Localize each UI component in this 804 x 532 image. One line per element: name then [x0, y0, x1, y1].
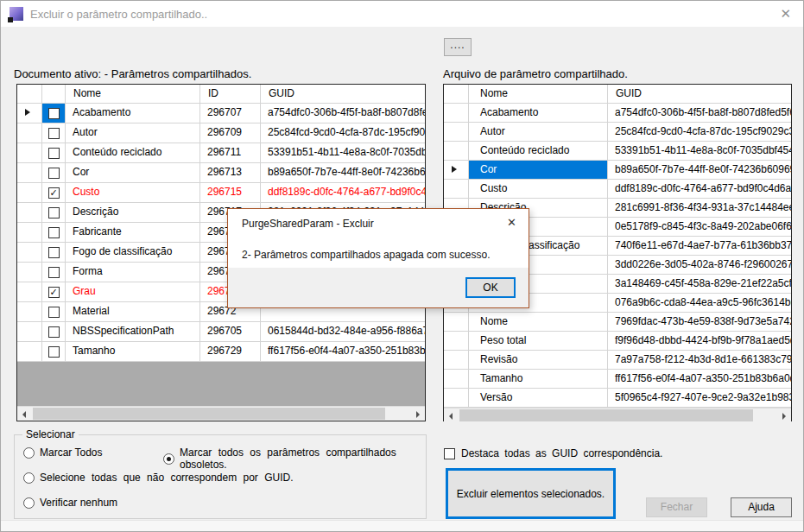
- cell-nome[interactable]: Cor: [66, 163, 200, 183]
- cell-id[interactable]: 296705: [200, 322, 261, 342]
- cell-guid[interactable]: ff617f56-e0f4-4a07-a350-251b83b6a0df: [261, 342, 425, 362]
- cell-nome[interactable]: Tamanho: [469, 370, 608, 389]
- cell-guid[interactable]: 7a97a758-f212-4b3d-8d1e-661383c79e4d: [608, 351, 791, 370]
- left-horizontal-scrollbar[interactable]: [17, 406, 425, 421]
- radio-icon[interactable]: [23, 497, 35, 509]
- cell-nome[interactable]: Fabricante: [66, 223, 200, 243]
- cell-nome[interactable]: NBSSpecificationPath: [66, 322, 200, 342]
- window-close-icon[interactable]: ✕: [780, 6, 791, 22]
- ok-button[interactable]: OK: [465, 277, 516, 298]
- row-checkbox[interactable]: [48, 346, 60, 358]
- row-checkbox[interactable]: ✓: [48, 287, 60, 298]
- cell-nome[interactable]: Cor: [469, 161, 608, 180]
- checkbox-cell[interactable]: [42, 243, 66, 263]
- scroll-left-icon[interactable]: [444, 408, 459, 422]
- cell-guid[interactable]: 53391b51-4b11-4e8a-8c0f-7035dbf45...: [261, 143, 425, 163]
- cell-guid[interactable]: 5f0965c4-f927-407e-9ce2-9a32e1b983d5: [608, 389, 791, 408]
- help-button[interactable]: Ajuda: [731, 497, 792, 517]
- right-header-guid[interactable]: GUID: [608, 85, 791, 104]
- right-header-nome[interactable]: Nome: [469, 85, 608, 104]
- row-checkbox[interactable]: [48, 128, 60, 139]
- cell-guid[interactable]: 740f6e11-e67d-4ae7-b77a-61b36bb37bde: [608, 237, 791, 256]
- radio-option[interactable]: Marcar todos os parâmetros compartilhado…: [163, 446, 426, 471]
- cell-guid[interactable]: ddf8189c-d0fc-4764-a677-bd9f0c4d6a2d: [608, 180, 791, 199]
- table-row[interactable]: Tamanho296729ff617f56-e0f4-4a07-a350-251…: [17, 342, 425, 362]
- cell-nome[interactable]: Custo: [66, 183, 200, 203]
- checkbox-cell[interactable]: [42, 263, 66, 282]
- table-row[interactable]: Cor296713b89a650f-7b7e-44ff-8e0f-74236b6…: [17, 163, 425, 183]
- cell-nome[interactable]: Grau: [66, 282, 200, 302]
- cell-guid[interactable]: 281c6991-8f36-4f34-931a-37c14484ee7d: [608, 199, 791, 218]
- cell-guid[interactable]: 7969fdac-473b-4e59-838f-9d73e5a74295: [608, 313, 791, 332]
- row-checkbox[interactable]: [48, 148, 60, 159]
- right-horizontal-scrollbar[interactable]: [444, 408, 791, 422]
- cell-nome[interactable]: Conteúdo reciclado: [469, 142, 608, 161]
- cell-nome[interactable]: Acabamento: [66, 104, 200, 124]
- radio-option[interactable]: Marcar Todos: [23, 446, 102, 459]
- cell-guid[interactable]: ff617f56-e0f4-4a07-a350-251b83b6a0df: [608, 370, 791, 389]
- cell-nome[interactable]: Fogo de classificação: [66, 243, 200, 263]
- cell-guid[interactable]: f9f96d48-dbbd-4424-bf9b-9f78a1aed5d0: [608, 332, 791, 351]
- cell-guid[interactable]: b89a650f-7b7e-44ff-8e0f-74236b609694: [608, 161, 791, 180]
- radio-option[interactable]: Selecione todas que não correspondem por…: [23, 472, 294, 484]
- row-checkbox[interactable]: [48, 207, 60, 218]
- table-row[interactable]: Acabamentoa754dfc0-306b-4f5f-ba8f-b807d8…: [444, 104, 791, 123]
- table-row[interactable]: Tamanhoff617f56-e0f4-4a07-a350-251b83b6a…: [444, 370, 791, 389]
- delete-selected-button[interactable]: Excluir elementos selecionados.: [446, 468, 616, 519]
- row-checkbox[interactable]: [48, 307, 60, 318]
- table-row[interactable]: ✓Custo296715ddf8189c-d0fc-4764-a677-bd9f…: [17, 183, 425, 203]
- checkbox-cell[interactable]: [42, 203, 66, 223]
- radio-icon[interactable]: [163, 453, 174, 465]
- checkbox-cell[interactable]: [42, 104, 66, 124]
- row-checkbox[interactable]: [48, 227, 60, 238]
- table-row[interactable]: Peso totalf9f96d48-dbbd-4424-bf9b-9f78a1…: [444, 332, 791, 351]
- checkbox-cell[interactable]: ✓: [42, 183, 66, 203]
- checkbox-cell[interactable]: [42, 302, 66, 322]
- cell-id[interactable]: 296707: [200, 104, 261, 124]
- cell-guid[interactable]: 0615844d-bd32-484e-a956-f886a7e3f...: [261, 322, 425, 342]
- highlight-guid-checkbox[interactable]: Destaca todas as GUID correspondência.: [444, 447, 662, 459]
- cell-nome[interactable]: Autor: [66, 124, 200, 143]
- cell-nome[interactable]: Acabamento: [469, 104, 608, 123]
- cell-guid[interactable]: 0e5178f9-c845-4f3c-8a49-202abe06f6b7: [608, 218, 791, 237]
- left-header-guid[interactable]: GUID: [261, 85, 425, 104]
- cell-nome[interactable]: Conteúdo reciclado: [66, 143, 200, 163]
- cell-id[interactable]: 296709: [200, 124, 261, 143]
- checkbox-cell[interactable]: [42, 223, 66, 243]
- cell-nome[interactable]: Peso total: [469, 332, 608, 351]
- dialog-close-icon[interactable]: ✕: [507, 216, 516, 229]
- cell-guid[interactable]: 25c84fcd-9cd0-4cfa-87dc-195cf9029c...: [261, 124, 425, 143]
- row-checkbox[interactable]: [48, 168, 60, 179]
- cell-nome[interactable]: Custo: [469, 180, 608, 199]
- cell-guid[interactable]: b89a650f-7b7e-44ff-8e0f-74236b609694: [261, 163, 425, 183]
- cell-id[interactable]: 296713: [200, 163, 261, 183]
- row-checkbox[interactable]: [48, 267, 60, 278]
- cell-nome[interactable]: Descrição: [66, 203, 200, 223]
- cell-id[interactable]: 296715: [200, 183, 261, 203]
- row-checkbox[interactable]: ✓: [48, 187, 60, 199]
- radio-icon[interactable]: [23, 472, 35, 484]
- cell-nome[interactable]: Material: [66, 302, 200, 322]
- cell-guid[interactable]: a754dfc0-306b-4f5f-ba8f-b807d8fed5f6: [261, 104, 425, 124]
- checkbox-cell[interactable]: [42, 342, 66, 362]
- checkbox-cell[interactable]: [42, 163, 66, 183]
- left-header-checkbox[interactable]: [42, 85, 66, 104]
- scrollbar-thumb[interactable]: [33, 408, 385, 420]
- scroll-right-icon[interactable]: [410, 407, 425, 421]
- checkbox-cell[interactable]: ✓: [42, 282, 66, 302]
- cell-guid[interactable]: a754dfc0-306b-4f5f-ba8f-b807d8fed5f6: [608, 104, 791, 123]
- scroll-left-icon[interactable]: [17, 407, 32, 421]
- left-header-id[interactable]: ID: [200, 85, 261, 104]
- table-row[interactable]: Corb89a650f-7b7e-44ff-8e0f-74236b609694: [444, 161, 791, 180]
- cell-guid[interactable]: 3a148469-c45f-458a-829e-21ef22a5cf2f: [608, 275, 791, 294]
- table-row[interactable]: Custoddf8189c-d0fc-4764-a677-bd9f0c4d6a2…: [444, 180, 791, 199]
- table-row[interactable]: Nome7969fdac-473b-4e59-838f-9d73e5a74295: [444, 313, 791, 332]
- cell-nome[interactable]: Nome: [469, 313, 608, 332]
- cell-nome[interactable]: Forma: [66, 263, 200, 282]
- checkbox-cell[interactable]: [42, 124, 66, 143]
- checkbox-cell[interactable]: [42, 143, 66, 163]
- radio-option[interactable]: Verificar nenhum: [23, 497, 117, 509]
- cell-id[interactable]: 296711: [200, 143, 261, 163]
- cell-guid[interactable]: 25c84fcd-9cd0-4cfa-87dc-195cf9029c30: [608, 123, 791, 142]
- row-checkbox[interactable]: [48, 108, 60, 119]
